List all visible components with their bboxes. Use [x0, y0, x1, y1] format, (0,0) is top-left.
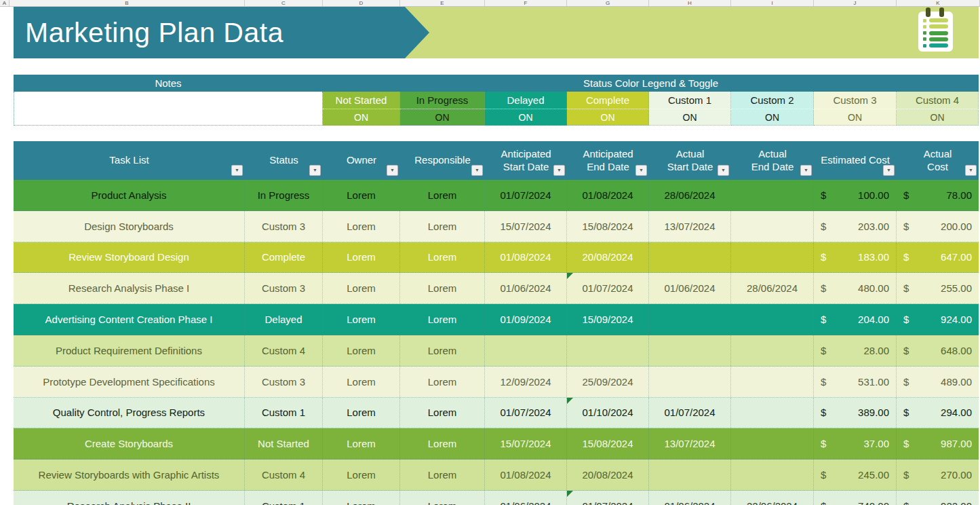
- column-letter-E[interactable]: E: [400, 0, 485, 6]
- act-cost-cell[interactable]: $489.00: [897, 367, 979, 397]
- ant-end-cell[interactable]: 01/08/2024: [567, 180, 649, 210]
- act-cost-cell[interactable]: $647.00: [897, 242, 979, 273]
- filter-button[interactable]: ▼: [309, 165, 321, 176]
- ant-start-cell[interactable]: 01/09/2024: [485, 304, 567, 335]
- ant-end-cell[interactable]: 15/08/2024: [567, 428, 649, 459]
- act-cost-cell[interactable]: $294.00: [897, 398, 979, 428]
- ant-start-cell[interactable]: 12/09/2024: [485, 367, 567, 397]
- responsible-cell[interactable]: Lorem: [400, 460, 485, 490]
- filter-button[interactable]: ▼: [471, 165, 483, 176]
- act-start-cell[interactable]: [649, 460, 731, 490]
- ant-end-cell[interactable]: 15/09/2024: [567, 304, 649, 335]
- est-cost-cell[interactable]: $100.00: [814, 180, 897, 210]
- filter-button[interactable]: ▼: [800, 165, 812, 176]
- status-cell[interactable]: Custom 1: [245, 398, 323, 428]
- ant-start-cell[interactable]: 01/08/2024: [485, 242, 567, 273]
- owner-cell[interactable]: Lorem: [323, 304, 400, 335]
- owner-cell[interactable]: Lorem: [323, 180, 400, 210]
- column-letter-A[interactable]: A: [0, 0, 9, 6]
- legend-toggle[interactable]: ON: [897, 109, 979, 126]
- column-letter-G[interactable]: G: [567, 0, 649, 6]
- legend-toggle[interactable]: ON: [567, 109, 649, 126]
- act-end-cell[interactable]: [731, 398, 814, 428]
- act-end-cell[interactable]: [731, 180, 814, 210]
- act-end-cell[interactable]: [731, 460, 814, 490]
- act-start-cell[interactable]: 28/06/2024: [649, 180, 731, 210]
- filter-button[interactable]: ▼: [883, 165, 895, 176]
- act-start-cell[interactable]: [649, 335, 731, 366]
- est-cost-cell[interactable]: $203.00: [814, 211, 897, 242]
- legend-toggle[interactable]: ON: [323, 109, 400, 126]
- responsible-cell[interactable]: Lorem: [400, 491, 485, 505]
- owner-cell[interactable]: Lorem: [323, 398, 400, 428]
- legend-label[interactable]: Custom 2: [731, 92, 814, 109]
- responsible-cell[interactable]: Lorem: [400, 428, 485, 459]
- owner-cell[interactable]: Lorem: [323, 367, 400, 397]
- act-cost-cell[interactable]: $924.00: [897, 304, 979, 335]
- ant-start-cell[interactable]: 01/06/2024: [485, 273, 567, 303]
- act-start-cell[interactable]: 01/07/2024: [649, 398, 731, 428]
- act-end-cell[interactable]: [731, 428, 814, 459]
- responsible-cell[interactable]: Lorem: [400, 367, 485, 397]
- status-cell[interactable]: Custom 3: [245, 273, 323, 303]
- ant-end-cell[interactable]: [567, 335, 649, 366]
- task-cell[interactable]: Create Storyboards: [14, 428, 245, 459]
- ant-start-cell[interactable]: 15/07/2024: [485, 428, 567, 459]
- ant-start-cell[interactable]: 01/08/2024: [485, 460, 567, 490]
- ant-end-cell[interactable]: 25/09/2024: [567, 367, 649, 397]
- ant-start-cell[interactable]: 01/06/2024: [485, 491, 567, 505]
- est-cost-cell[interactable]: $245.00: [814, 460, 897, 490]
- act-end-cell[interactable]: [731, 304, 814, 335]
- est-cost-cell[interactable]: $389.00: [814, 398, 897, 428]
- ant-start-cell[interactable]: 01/07/2024: [485, 398, 567, 428]
- act-start-cell[interactable]: [649, 367, 731, 397]
- act-start-cell[interactable]: 01/06/2024: [649, 273, 731, 303]
- status-cell[interactable]: Custom 3: [245, 367, 323, 397]
- column-letter-K[interactable]: K: [897, 0, 980, 6]
- act-cost-cell[interactable]: $270.00: [897, 460, 979, 490]
- legend-toggle[interactable]: ON: [649, 109, 731, 126]
- act-start-cell[interactable]: 13/07/2024: [649, 428, 731, 459]
- act-cost-cell[interactable]: $922.00: [897, 491, 979, 505]
- est-cost-cell[interactable]: $28.00: [814, 335, 897, 366]
- task-cell[interactable]: Review Storyboard Design: [14, 242, 245, 273]
- ant-end-cell[interactable]: 01/07/2024: [567, 491, 649, 505]
- column-letter-B[interactable]: B: [9, 0, 245, 6]
- act-end-cell[interactable]: [731, 211, 814, 242]
- est-cost-cell[interactable]: $480.00: [814, 273, 897, 303]
- column-letter-J[interactable]: J: [814, 0, 897, 6]
- responsible-cell[interactable]: Lorem: [400, 180, 485, 210]
- act-cost-cell[interactable]: $648.00: [897, 335, 979, 366]
- status-cell[interactable]: Custom 1: [245, 491, 323, 505]
- act-start-cell[interactable]: 01/06/2024: [649, 491, 731, 505]
- filter-button[interactable]: ▼: [553, 165, 565, 176]
- legend-toggle[interactable]: ON: [400, 109, 485, 126]
- column-letter-D[interactable]: D: [323, 0, 400, 6]
- task-cell[interactable]: Design Storyboards: [14, 211, 245, 242]
- ant-end-cell[interactable]: 15/08/2024: [567, 211, 649, 242]
- task-cell[interactable]: Quality Control, Progress Reports: [14, 398, 245, 428]
- column-letter-C[interactable]: C: [245, 0, 323, 6]
- owner-cell[interactable]: Lorem: [323, 242, 400, 273]
- legend-toggle[interactable]: ON: [814, 109, 897, 126]
- legend-label[interactable]: Custom 1: [649, 92, 731, 109]
- filter-button[interactable]: ▼: [718, 165, 729, 176]
- filter-button[interactable]: ▼: [387, 165, 398, 176]
- legend-label[interactable]: Custom 4: [897, 92, 979, 109]
- ant-end-cell[interactable]: 01/07/2024: [567, 273, 649, 303]
- filter-button[interactable]: ▼: [231, 165, 243, 176]
- owner-cell[interactable]: Lorem: [323, 273, 400, 303]
- responsible-cell[interactable]: Lorem: [400, 242, 485, 273]
- ant-start-cell[interactable]: [485, 335, 567, 366]
- ant-start-cell[interactable]: 15/07/2024: [485, 211, 567, 242]
- est-cost-cell[interactable]: $531.00: [814, 367, 897, 397]
- responsible-cell[interactable]: Lorem: [400, 335, 485, 366]
- owner-cell[interactable]: Lorem: [323, 491, 400, 505]
- status-cell[interactable]: Custom 4: [245, 460, 323, 490]
- est-cost-cell[interactable]: $183.00: [814, 242, 897, 273]
- act-end-cell[interactable]: 22/06/2024: [731, 491, 814, 505]
- legend-label[interactable]: Delayed: [485, 92, 567, 109]
- notes-input-cell[interactable]: [14, 92, 323, 126]
- legend-toggle[interactable]: ON: [485, 109, 567, 126]
- status-cell[interactable]: Not Started: [245, 428, 323, 459]
